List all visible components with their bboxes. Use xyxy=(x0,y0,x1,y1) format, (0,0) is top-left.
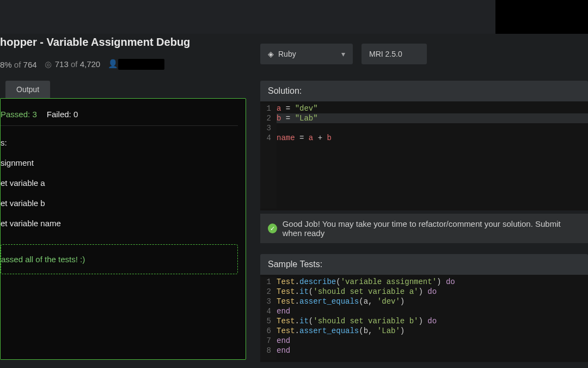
test-summary: Passed: 3 Failed: 0 xyxy=(1,105,238,126)
check-icon: ✓ xyxy=(268,224,277,233)
solution-header: Solution: xyxy=(260,81,588,101)
top-bar xyxy=(0,0,588,34)
editor-code[interactable]: Test.describe('variable assignment') do … xyxy=(277,277,588,360)
runtime-select[interactable]: MRI 2.5.0 xyxy=(362,44,427,64)
list-item: signment xyxy=(1,154,238,172)
ruby-icon: ◈ xyxy=(268,50,274,58)
language-row: ◈ Ruby ▾ MRI 2.5.0 xyxy=(260,44,427,64)
author[interactable]: 👤 xyxy=(108,59,164,70)
top-bar-blackout xyxy=(495,0,588,34)
tab-output[interactable]: Output xyxy=(5,81,50,98)
list-item: et variable a xyxy=(1,174,238,192)
tests-header: Sample Tests: xyxy=(260,254,588,275)
passed-count: Passed: 3 xyxy=(1,110,37,119)
author-name-redacted xyxy=(118,59,164,70)
editor-code[interactable]: a = "dev" b = "Lab" name = a + b xyxy=(277,104,588,208)
solutions-stat: ◎ 713 of 4,720 xyxy=(45,59,101,69)
chevron-down-icon: ▾ xyxy=(341,50,345,58)
list-item: et variable name xyxy=(1,214,238,232)
test-details: s: signment et variable a et variable b … xyxy=(1,134,238,232)
language-select[interactable]: ◈ Ruby ▾ xyxy=(260,44,353,64)
right-column: Solution: 1234 a = "dev" b = "Lab" name … xyxy=(260,81,588,368)
completion-stat: 8% of 764 xyxy=(0,60,37,69)
good-job-banner: ✓ Good Job! You may take your time to re… xyxy=(260,214,588,243)
success-banner: assed all of the tests! :) xyxy=(1,244,238,274)
kata-stats: 8% of 764 ◎ 713 of 4,720 👤 xyxy=(0,59,164,70)
failed-count: Failed: 0 xyxy=(47,110,78,119)
kata-title: hopper - Variable Assignment Debug xyxy=(0,36,190,49)
user-icon: 👤 xyxy=(108,59,118,68)
output-panel: Passed: 3 Failed: 0 s: signment et varia… xyxy=(0,98,246,360)
list-item: et variable b xyxy=(1,194,238,212)
solution-editor[interactable]: 1234 a = "dev" b = "Lab" name = a + b xyxy=(260,101,588,210)
tests-block: Sample Tests: 12345678 Test.describe('va… xyxy=(260,254,588,362)
tests-editor[interactable]: 12345678 Test.describe('variable assignm… xyxy=(260,275,588,362)
target-icon: ◎ xyxy=(45,59,52,69)
editor-gutter: 12345678 xyxy=(260,277,277,360)
editor-gutter: 1234 xyxy=(260,104,277,208)
